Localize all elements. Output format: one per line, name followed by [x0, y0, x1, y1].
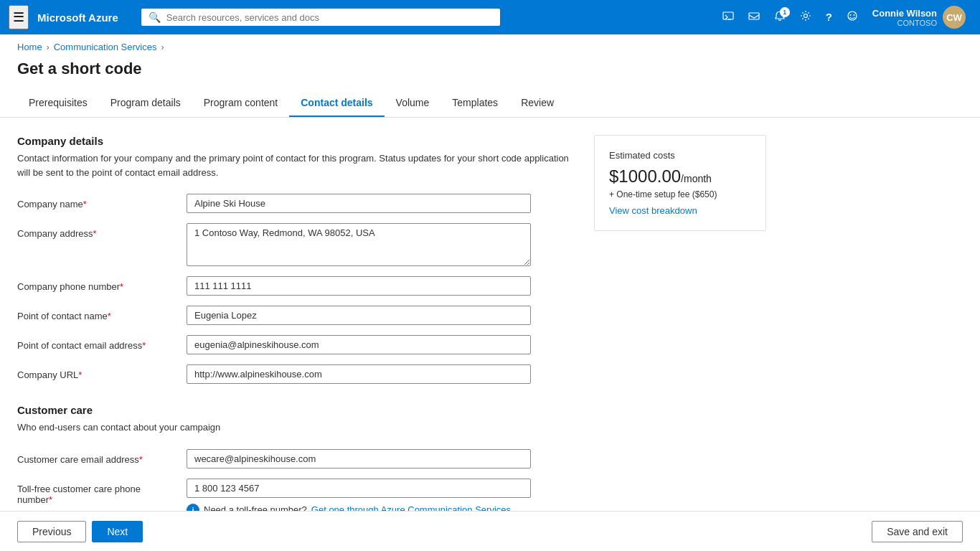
notification-badge: 1 [780, 7, 790, 17]
care-email-input[interactable] [187, 449, 531, 468]
search-box: 🔍 [141, 9, 500, 26]
company-details-title: Company details [17, 135, 577, 147]
previous-button[interactable]: Previous [17, 521, 86, 542]
feedback-button[interactable] [841, 6, 864, 29]
poc-email-input[interactable] [187, 335, 531, 354]
company-name-label: Company name* [17, 194, 175, 209]
customer-care-section: Customer care Who end-users can contact … [17, 404, 577, 517]
company-details-section: Company details Contact information for … [17, 135, 577, 384]
save-exit-button[interactable]: Save and exit [872, 521, 963, 542]
customer-care-title: Customer care [17, 404, 577, 416]
care-email-label: Customer care email address* [17, 449, 175, 465]
cost-breakdown-link[interactable]: View cost breakdown [609, 205, 751, 216]
page-title: Get a short code [17, 60, 963, 78]
care-phone-input[interactable] [187, 479, 531, 498]
breadcrumb: Home › Communication Services › [0, 34, 980, 57]
tab-program-details[interactable]: Program details [99, 90, 192, 117]
user-name: Connie Wilson [872, 8, 937, 19]
required-star: * [108, 311, 111, 321]
user-info: Connie Wilson CONTOSO [872, 8, 937, 27]
required-star: * [120, 281, 123, 292]
poc-name-label: Point of contact name* [17, 306, 175, 321]
cost-amount-row: $1000.00/month [609, 166, 751, 187]
menu-icon: ☰ [13, 10, 24, 24]
company-url-input[interactable] [187, 364, 531, 384]
breadcrumb-sep-1: › [47, 42, 50, 52]
required-star: * [83, 199, 87, 209]
main-content: Company details Contact information for … [0, 118, 980, 551]
company-details-desc: Contact information for your company and… [17, 151, 577, 179]
user-menu[interactable]: Connie Wilson CONTOSO CW [867, 3, 971, 32]
company-address-row: Company address* [17, 223, 577, 266]
settings-button[interactable] [794, 6, 817, 29]
customer-care-desc: Who end-users can contact about your cam… [17, 420, 577, 435]
help-button[interactable]: ? [820, 6, 838, 28]
user-org: CONTOSO [872, 19, 937, 27]
svg-rect-0 [723, 12, 733, 19]
breadcrumb-sep-2: › [161, 42, 164, 52]
cost-title: Estimated costs [609, 150, 751, 161]
tab-prerequisites[interactable]: Prerequisites [17, 90, 99, 117]
tab-contact-details[interactable]: Contact details [289, 90, 384, 117]
page-header: Get a short code [0, 57, 980, 90]
company-address-label: Company address* [17, 223, 175, 239]
top-navigation: ☰ Microsoft Azure 🔍 1 ? Connie Wilson CO… [0, 0, 980, 34]
svg-point-5 [849, 14, 851, 16]
notifications-button[interactable]: 1 [768, 6, 791, 29]
poc-email-row: Point of contact email address* [17, 335, 577, 354]
app-title: Microsoft Azure [37, 11, 118, 24]
svg-point-6 [853, 14, 854, 16]
care-email-row: Customer care email address* [17, 449, 577, 468]
required-star: * [49, 494, 52, 505]
company-phone-label: Company phone number* [17, 276, 175, 292]
company-name-row: Company name* [17, 194, 577, 213]
hamburger-menu[interactable]: ☰ [9, 5, 29, 29]
poc-name-input[interactable] [187, 306, 531, 325]
search-icon: 🔍 [149, 11, 161, 23]
form-area: Company details Contact information for … [17, 135, 577, 527]
company-url-row: Company URL* [17, 364, 577, 384]
topnav-icons: 1 ? Connie Wilson CONTOSO CW [717, 3, 971, 32]
help-icon: ? [826, 11, 832, 23]
directory-button[interactable] [743, 6, 765, 29]
company-phone-input[interactable] [187, 276, 531, 296]
care-phone-label: Toll-free customer care phone number* [17, 479, 175, 505]
tab-volume[interactable]: Volume [385, 90, 441, 117]
tab-templates[interactable]: Templates [440, 90, 509, 117]
required-star: * [78, 369, 82, 380]
next-button[interactable]: Next [92, 521, 143, 542]
cost-panel: Estimated costs $1000.00/month + One-tim… [594, 135, 766, 231]
tab-review[interactable]: Review [509, 90, 565, 117]
required-star: * [139, 454, 143, 465]
breadcrumb-communication-services[interactable]: Communication Services [54, 42, 157, 52]
search-input[interactable] [166, 12, 493, 23]
company-address-input[interactable] [187, 223, 531, 266]
tab-bar: Prerequisites Program details Program co… [0, 90, 980, 118]
required-star: * [142, 340, 146, 351]
cloud-shell-button[interactable] [717, 6, 740, 29]
cost-amount: $1000.00 [609, 166, 681, 186]
company-name-input[interactable] [187, 194, 531, 213]
required-star: * [93, 228, 97, 239]
poc-name-row: Point of contact name* [17, 306, 577, 325]
breadcrumb-home[interactable]: Home [17, 42, 42, 52]
avatar: CW [943, 6, 966, 29]
tab-program-content[interactable]: Program content [192, 90, 290, 117]
svg-point-3 [804, 14, 807, 18]
cost-setup-fee: + One-time setup fee ($650) [609, 189, 751, 199]
company-phone-row: Company phone number* [17, 276, 577, 296]
company-url-label: Company URL* [17, 364, 175, 380]
poc-email-label: Point of contact email address* [17, 335, 175, 351]
bottom-toolbar: Previous Next Save and exit [0, 511, 980, 551]
cost-period: /month [681, 173, 712, 184]
